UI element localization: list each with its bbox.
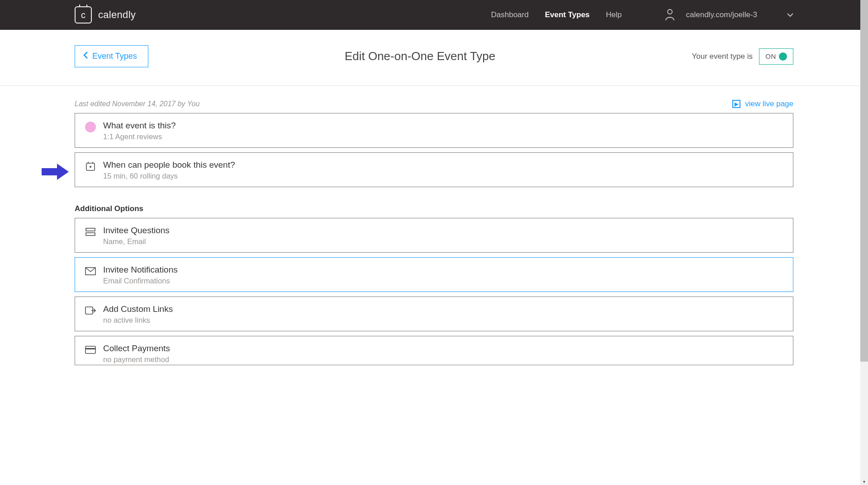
- form-icon: [85, 226, 96, 237]
- page-title: Edit One-on-One Event Type: [148, 49, 692, 63]
- brand-mark: c: [81, 10, 85, 20]
- back-button[interactable]: Event Types: [75, 45, 148, 67]
- card-collect-payments[interactable]: Collect Payments no payment method: [75, 336, 793, 365]
- calendar-small-icon: [85, 161, 96, 172]
- user-url: calendly.com/joelle-3: [686, 10, 757, 19]
- credit-card-icon: [85, 344, 96, 355]
- card-invitee-notifications[interactable]: Invitee Notifications Email Confirmation…: [75, 257, 793, 292]
- additional-options-cards: Invitee Questions Name, Email Invitee No…: [75, 218, 793, 365]
- toggle-label: Your event type is: [692, 52, 753, 61]
- card-title: When can people book this event?: [103, 160, 235, 170]
- svg-rect-10: [85, 348, 95, 349]
- last-edited: Last edited November 14, 2017 by You: [75, 100, 199, 108]
- view-live-link[interactable]: ▶ view live page: [732, 99, 793, 108]
- user-menu[interactable]: calendly.com/joelle-3: [665, 9, 793, 21]
- card-sub: no payment method: [103, 355, 170, 364]
- chevron-left-icon: [82, 51, 89, 61]
- annotation-arrow-icon: [42, 164, 69, 182]
- card-custom-links[interactable]: Add Custom Links no active links: [75, 297, 793, 331]
- additional-options-heading: Additional Options: [75, 204, 793, 213]
- back-label: Event Types: [92, 52, 137, 61]
- scrollbar-thumb[interactable]: [860, 0, 868, 362]
- card-invitee-questions[interactable]: Invitee Questions Name, Email: [75, 218, 793, 253]
- calendar-icon: c: [75, 6, 92, 24]
- card-sub: Email Confirmations: [103, 277, 178, 285]
- toggle-state: ON: [765, 52, 776, 60]
- link-out-icon: [85, 305, 96, 316]
- toggle-wrap: Your event type is ON: [692, 48, 793, 65]
- nav-dashboard[interactable]: Dashboard: [491, 10, 528, 19]
- user-icon: [665, 9, 674, 21]
- view-live-label: view live page: [745, 99, 793, 108]
- topbar: c calendly Dashboard Event Types Help ca…: [0, 0, 868, 30]
- scrollbar[interactable]: ▾: [860, 0, 868, 485]
- top-nav: Dashboard Event Types Help calendly.com/…: [491, 9, 793, 21]
- external-page-icon: ▶: [732, 100, 740, 108]
- card-sub: 1:1 Agent reviews: [103, 132, 176, 141]
- nav-event-types[interactable]: Event Types: [545, 10, 590, 19]
- svg-point-4: [90, 166, 91, 168]
- card-title: Add Custom Links: [103, 304, 173, 314]
- event-color-icon: [85, 122, 96, 132]
- mail-icon: [85, 266, 96, 277]
- svg-rect-9: [85, 346, 95, 353]
- content-area: Last edited November 14, 2017 by You ▶ v…: [0, 86, 868, 365]
- card-title: Collect Payments: [103, 344, 170, 353]
- chevron-down-icon: [787, 11, 793, 19]
- svg-point-0: [668, 9, 672, 14]
- nav-help[interactable]: Help: [606, 10, 622, 19]
- card-title: Invitee Questions: [103, 226, 170, 235]
- brand-name: calendly: [98, 9, 136, 21]
- card-sub: Name, Email: [103, 237, 170, 246]
- svg-rect-6: [86, 233, 95, 235]
- card-sub: 15 min, 60 rolling days: [103, 172, 235, 180]
- subheader: Event Types Edit One-on-One Event Type Y…: [0, 30, 868, 86]
- toggle-dot-icon: [779, 52, 787, 61]
- card-title: Invitee Notifications: [103, 265, 178, 275]
- card-title: What event is this?: [103, 121, 176, 131]
- card-sub: no active links: [103, 316, 173, 325]
- main-cards: What event is this? 1:1 Agent reviews Wh…: [75, 113, 793, 187]
- scroll-down-icon[interactable]: ▾: [860, 479, 868, 484]
- meta-row: Last edited November 14, 2017 by You ▶ v…: [75, 99, 793, 108]
- card-what-event[interactable]: What event is this? 1:1 Agent reviews: [75, 113, 793, 148]
- brand-logo[interactable]: c calendly: [75, 6, 136, 24]
- card-when-book[interactable]: When can people book this event? 15 min,…: [75, 152, 793, 187]
- svg-rect-5: [86, 228, 95, 231]
- event-active-toggle[interactable]: ON: [759, 48, 793, 65]
